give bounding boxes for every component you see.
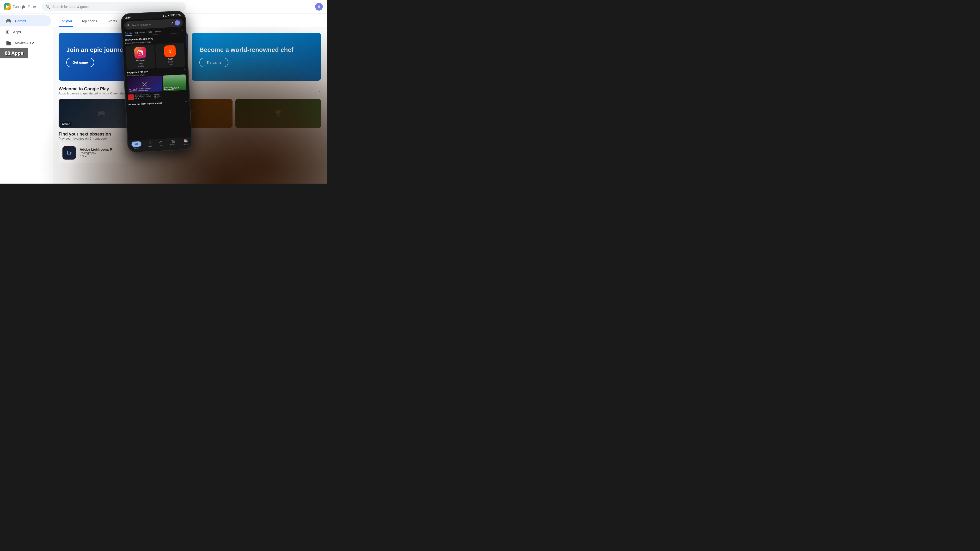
phone-search-bar[interactable]: 🔍 Search for apps &... 🎤 (124, 19, 183, 30)
games-nav-bg: 🎮 (131, 141, 142, 147)
sidebar: 🎮 Games ⊞ Apps 🎬 Movies & TV 📖 Books (0, 13, 53, 183)
lightroom-icon: Lr (62, 146, 76, 159)
reddit-logo: r/ (164, 45, 176, 57)
lightroom-info: Adobe Lightroom: P... Photography 4.3 ★ (80, 148, 115, 158)
instagram-category: Social (138, 62, 143, 64)
apps-nav-label: Apps (148, 145, 152, 147)
genshin-info: Genshi... Adventu... Instal... (153, 93, 161, 99)
phone-search-text: Search for apps &... (131, 22, 169, 26)
movies-icon: 🎬 (6, 40, 11, 46)
movies-nav-icon: 🎬 (171, 139, 175, 143)
movies-nav-label: Movies... (170, 144, 177, 146)
phone-nav-games[interactable]: 🎮 Games (131, 141, 142, 149)
phone-notch (143, 12, 163, 19)
sidebar-item-books[interactable]: 📖 Books (0, 49, 51, 60)
phone-tab-top-charts[interactable]: Top charts (135, 30, 145, 35)
instagram-name: Instagram (136, 59, 145, 62)
raid-icon (128, 94, 134, 100)
apps-nav-icon: ⊞ (148, 140, 151, 145)
lightroom-rating: 4.3 ★ (80, 155, 115, 158)
games-nav-label: Games (134, 147, 139, 149)
signal-icon: ▲▲▲ (162, 14, 169, 17)
sidebar-label-apps: Apps (13, 30, 21, 34)
raid-details: RAID: Shadow Leg... Role-playing · Casua… (135, 94, 151, 99)
books-nav-label: Books (183, 143, 188, 145)
phone-screen: 2:34 ▲▲▲ WiFi 77% 🔍 Search for apps &...… (121, 11, 192, 152)
try-game-button[interactable]: Try game (199, 58, 228, 67)
game-thumb-1-label: Action (60, 122, 72, 126)
phone-nav-movies[interactable]: 🎬 Movies... (170, 139, 177, 147)
svg-rect-0 (138, 50, 143, 55)
phone-device: 2:34 ▲▲▲ WiFi 77% 🔍 Search for apps &...… (121, 10, 192, 153)
phone-app-reddit[interactable]: r/ Reddit Social 4.1 ★ (155, 43, 185, 68)
game-thumb-3[interactable]: 🏆 (235, 99, 321, 128)
search-bar[interactable]: 🔍 Search for apps & games (42, 2, 186, 11)
genshin-status: Instal... (154, 97, 161, 99)
welcome-subtitle: Apps & games to get started on your Chro… (59, 92, 128, 95)
lightroom-name: Adobe Lightroom: P... (80, 148, 115, 151)
forward-arrow[interactable]: → (181, 28, 183, 33)
tab-events[interactable]: Events (106, 16, 118, 27)
play-store-icon (4, 3, 11, 10)
phone-suggested-title: Suggested for you (127, 70, 148, 74)
tab-top-charts[interactable]: Top charts (81, 16, 98, 27)
hero-section: Join an epic journey Get game Become a w… (59, 33, 321, 81)
sidebar-label-games: Games (15, 19, 26, 23)
sidebar-item-movies[interactable]: 🎬 Movies & TV (0, 38, 51, 49)
phone-suggested-section: Suggested for you → Ads · Suggested for … (124, 67, 189, 102)
lightroom-category: Photography (80, 151, 115, 155)
books-icon: 📖 (6, 51, 11, 57)
status-icons: ▲▲▲ WiFi 77% (162, 13, 181, 17)
phone-avatar[interactable] (175, 20, 180, 26)
offers-nav-label: Offers (159, 145, 163, 147)
instagram-status: Installed (138, 65, 144, 67)
tab-for-you[interactable]: For you (59, 16, 73, 27)
sidebar-label-books: Books (15, 52, 24, 56)
phone-app-instagram[interactable]: Instagram Social Installed (126, 44, 155, 70)
apps-icon: ⊞ (6, 29, 10, 35)
header-title: Google Play (13, 4, 36, 10)
nav-tabs: For you Top charts Events New Premium (53, 13, 327, 27)
reddit-name: Reddit (167, 58, 173, 60)
phone-search-icon: 🔍 (127, 24, 130, 27)
genshin-banner[interactable]: EXPERIENCE SEVENNATIONS TEEMING (162, 75, 186, 91)
phone-browse-arrow[interactable]: → (185, 100, 187, 103)
phone-tab-events[interactable]: Events (155, 29, 162, 34)
reddit-category: Social (168, 61, 173, 63)
raid-game-banner[interactable]: ⚔️ More than 500 unique Champions+1MILLI… (127, 76, 162, 93)
hero-right-title: Become a world-renowned chef (199, 46, 313, 54)
sidebar-item-games[interactable]: 🎮 Games (0, 15, 51, 26)
get-game-button[interactable]: Get game (66, 58, 94, 67)
sidebar-label-movies: Movies & TV (15, 41, 34, 45)
phone-suggested-arrow[interactable]: → (183, 68, 185, 71)
svg-point-2 (141, 51, 142, 52)
phone-tab-for-you[interactable]: For you (125, 31, 132, 36)
user-avatar[interactable]: U (315, 3, 323, 11)
welcome-section-header: Welcome to Google Play Apps & games to g… (59, 86, 321, 95)
logo[interactable]: Google Play (4, 3, 36, 10)
reddit-rating: 4.1 ★ (169, 64, 173, 65)
status-time: 2:34 (125, 16, 130, 19)
search-placeholder: Search for apps & games (52, 5, 90, 9)
hero-banner-right: Become a world-renowned chef Try game (192, 33, 321, 81)
sidebar-item-apps[interactable]: ⊞ Apps (0, 26, 51, 38)
phone-mic-icon: 🎤 (170, 22, 173, 25)
search-icon: 🔍 (46, 5, 51, 9)
phone-app-grid: Instagram Social Installed r/ Reddit Soc… (123, 43, 188, 70)
phone-nav-books[interactable]: 📚 Books (183, 139, 188, 147)
books-nav-icon: 📚 (183, 139, 188, 143)
instagram-logo (134, 47, 146, 59)
obsession-subtitle: Play your favorites on Chromebook (59, 137, 111, 140)
phone-tab-kids[interactable]: Kids (148, 30, 152, 35)
phone-bottom-nav: 🎮 Games ⊞ Apps 🏷 Offers 🎬 Movies... 📚 Bo… (128, 137, 192, 152)
phone-game-banners: ⚔️ More than 500 unique Champions+1MILLI… (127, 75, 186, 93)
phone-nav-apps[interactable]: ⊞ Apps (148, 140, 152, 148)
phone-nav-offers[interactable]: 🏷 Offers (159, 140, 164, 148)
welcome-arrow[interactable]: → (316, 88, 321, 94)
games-nav-icon: 🎮 (134, 142, 138, 146)
phone-browse-title: Browse our most popular games (128, 101, 162, 105)
games-icon: 🎮 (6, 18, 11, 24)
obsession-title: Find your next obsession (59, 132, 111, 137)
wifi-icon: WiFi (170, 14, 175, 17)
offers-nav-icon: 🏷 (159, 140, 162, 144)
